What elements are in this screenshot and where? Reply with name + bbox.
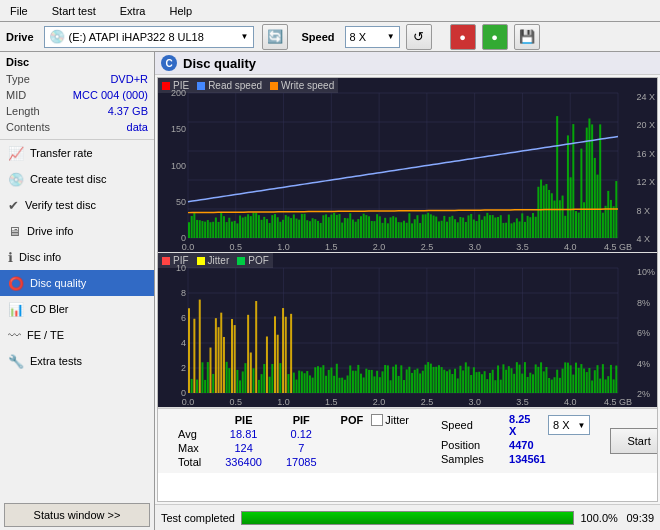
y-label: 4% [637,359,655,369]
total-label: Total [166,455,213,469]
menu-help[interactable]: Help [163,3,198,19]
col-pof-jitter: POF Jitter [329,413,421,427]
max-pof [329,441,421,455]
progress-text: 100.0% [580,512,620,524]
drive-info-icon: 🖥 [8,224,21,239]
sidebar-item-verify-test-disc[interactable]: ✔ Verify test disc [0,192,154,218]
pie-legend-dot [162,82,170,90]
samples-value: 134561 [509,453,546,465]
extra-tests-icon: 🔧 [8,354,24,369]
drive-select-container[interactable]: 💿 (E:) ATAPI iHAP322 8 UL18 ▼ [44,26,254,48]
jitter-legend-dot [197,257,205,265]
position-row: Position 4470 [441,439,590,451]
total-pie: 336400 [213,455,274,469]
sidebar-item-label: CD Bler [30,303,69,315]
disc-contents-label: Contents [6,119,50,135]
sidebar-item-disc-info[interactable]: ℹ Disc info [0,244,154,270]
max-pif: 7 [274,441,329,455]
chart1-area: PIE Read speed Write speed 24 X 20 X [158,78,657,253]
menu-file[interactable]: File [4,3,34,19]
chart2-area: PIF Jitter POF 10% 8% 6% 4% [158,253,657,408]
sidebar-item-label: Verify test disc [25,199,96,211]
refresh-drive-btn[interactable]: 🔄 [262,24,288,50]
max-label: Max [166,441,213,455]
sidebar-item-cd-bler[interactable]: 📊 CD Bler [0,296,154,322]
stats-table: PIE PIF POF Jitter [166,413,421,469]
speed-value: 8.25 X [509,413,536,437]
avg-label: Avg [166,427,213,441]
start-button[interactable]: Start [610,428,658,454]
save-btn[interactable]: 💾 [514,24,540,50]
disc-info-icon: ℹ [8,250,13,265]
speed-select[interactable]: 8 X ▼ [345,26,400,48]
disc-type-row: Type DVD+R [6,71,148,87]
reload-btn[interactable]: ↺ [406,24,432,50]
disc-mid-value: MCC 004 (000) [73,87,148,103]
legend-pie: PIE [162,80,189,91]
stats-row-max: Max 124 7 [166,441,421,455]
menu-bar: File Start test Extra Help [0,0,660,22]
legend-pif: PIF [162,255,189,266]
drive-bar: Drive 💿 (E:) ATAPI iHAP322 8 UL18 ▼ 🔄 Sp… [0,22,660,52]
y-label: 16 X [636,149,655,159]
verify-test-disc-icon: ✔ [8,198,19,213]
speed-select-arrow: ▼ [578,421,586,430]
sidebar-item-label: FE / TE [27,329,64,341]
y-label: 8% [637,298,655,308]
y-label: 4 X [636,234,655,244]
disc-title: Disc [6,56,148,68]
disc-contents-value: data [127,119,148,135]
sidebar-item-extra-tests[interactable]: 🔧 Extra tests [0,348,154,374]
speed-label: Speed [441,419,501,431]
disc-contents-row: Contents data [6,119,148,135]
disc-quality-icon-circle: C [161,55,177,71]
y-label: 12 X [636,177,655,187]
cd-bler-icon: 📊 [8,302,24,317]
total-pif: 17085 [274,455,329,469]
position-label: Position [441,439,501,451]
sidebar-item-fe-te[interactable]: 〰 FE / TE [0,322,154,348]
pif-legend-label: PIF [173,255,189,266]
y-label: 6% [637,328,655,338]
speed-select-box[interactable]: 8 X ▼ [548,415,590,435]
samples-row: Samples 134561 [441,453,590,465]
avg-pof [329,427,421,441]
jitter-checkbox[interactable] [371,414,383,426]
sidebar-item-label: Create test disc [30,173,106,185]
samples-label: Samples [441,453,501,465]
drive-value: (E:) ATAPI iHAP322 8 UL18 [69,31,241,43]
transfer-rate-icon: 📈 [8,146,24,161]
position-value: 4470 [509,439,533,451]
pof-legend-label: POF [248,255,269,266]
progress-area: Test completed 100.0% 09:39 [155,504,660,530]
disc-type-label: Type [6,71,30,87]
sidebar-item-transfer-rate[interactable]: 📈 Transfer rate [0,140,154,166]
menu-extra[interactable]: Extra [114,3,152,19]
pof-header: POF [341,414,364,426]
sidebar-item-drive-info[interactable]: 🖥 Drive info [0,218,154,244]
disc-length-label: Length [6,103,40,119]
pif-legend-dot [162,257,170,265]
disc-length-value: 4.37 GB [108,103,148,119]
menu-start-test[interactable]: Start test [46,3,102,19]
status-window-btn[interactable]: Status window >> [4,503,150,527]
y-label: 8 X [636,206,655,216]
chart1-y-axis-right: 24 X 20 X 16 X 12 X 8 X 4 X [636,92,655,244]
sidebar-item-disc-quality[interactable]: ⭕ Disc quality [0,270,154,296]
disc-section: Disc Type DVD+R MID MCC 004 (000) Length… [0,52,154,140]
drive-label: Drive [6,31,34,43]
stats-row-total: Total 336400 17085 [166,455,421,469]
jitter-check-container: Jitter [371,414,409,426]
y-label: 2% [637,389,655,399]
sidebar-item-label: Disc quality [30,277,86,289]
disc-quality-title: Disc quality [183,56,256,71]
y-label: 24 X [636,92,655,102]
y-label: 10% [637,267,655,277]
btn-red[interactable]: ● [450,24,476,50]
btn-green[interactable]: ● [482,24,508,50]
total-pof [329,455,421,469]
sidebar-item-create-test-disc[interactable]: 💿 Create test disc [0,166,154,192]
progress-bar-outer [241,511,574,525]
col-pie: PIE [213,413,274,427]
legend-jitter: Jitter [197,255,230,266]
